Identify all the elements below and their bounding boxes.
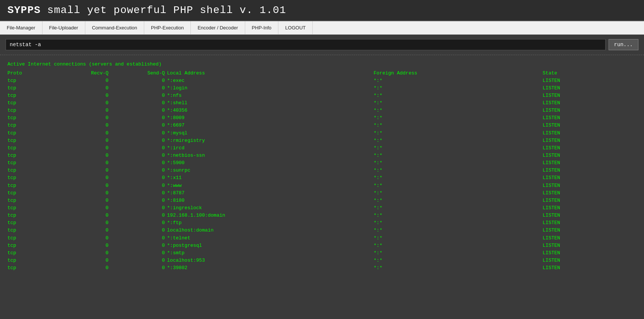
- col-header-foreign-address: Foreign Address: [374, 70, 543, 77]
- table-cell: 0: [54, 242, 111, 249]
- nav-item-file-uploader[interactable]: File-Uploader: [42, 21, 85, 34]
- table-cell: *:www: [167, 182, 373, 189]
- table-cell: tcp: [7, 152, 54, 159]
- table-cell: 0: [54, 84, 111, 92]
- table-cell: *:*: [374, 204, 543, 212]
- table-cell: 0: [54, 159, 111, 167]
- table-cell: tcp: [7, 167, 54, 174]
- table-cell: 0: [54, 235, 111, 242]
- table-cell: 0: [54, 107, 111, 114]
- table-row: tcp00*:exec*:*LISTEN: [7, 77, 637, 84]
- table-cell: 0: [111, 167, 167, 174]
- table-cell: 0: [54, 212, 111, 219]
- table-row: tcp00localhost:domain*:*LISTEN: [7, 227, 637, 234]
- table-cell: *:exec: [167, 77, 373, 84]
- table-cell: LISTEN: [543, 212, 637, 219]
- nav-item-php-execution[interactable]: PHP-Execution: [144, 21, 191, 34]
- table-cell: *:x11: [167, 174, 373, 182]
- table-cell: 0: [54, 227, 111, 234]
- table-cell: 0: [54, 197, 111, 204]
- table-cell: LISTEN: [543, 189, 637, 197]
- table-cell: tcp: [7, 212, 54, 219]
- table-cell: *:*: [374, 227, 543, 234]
- table-cell: 0: [111, 189, 167, 197]
- nav-item-encoder---decoder[interactable]: Encoder / Decoder: [191, 21, 245, 34]
- table-row: tcp00*:www*:*LISTEN: [7, 182, 637, 189]
- run-button[interactable]: run...: [609, 39, 638, 50]
- table-cell: *:*: [374, 242, 543, 249]
- table-cell: tcp: [7, 189, 54, 197]
- col-header-state: State: [543, 70, 637, 77]
- table-cell: LISTEN: [543, 174, 637, 182]
- table-cell: 0: [54, 137, 111, 144]
- table-cell: 0: [111, 130, 167, 137]
- table-cell: *:*: [374, 189, 543, 197]
- table-cell: 192.168.1.100:domain: [167, 212, 373, 219]
- table-cell: tcp: [7, 144, 54, 152]
- table-row: tcp00192.168.1.100:domain*:*LISTEN: [7, 212, 637, 219]
- output-table: ProtoRecv-QSend-QLocal AddressForeign Ad…: [7, 70, 637, 272]
- table-cell: *:*: [374, 122, 543, 129]
- table-cell: *:*: [374, 212, 543, 219]
- table-cell: 0: [54, 122, 111, 129]
- table-cell: *:8009: [167, 114, 373, 122]
- table-cell: tcp: [7, 182, 54, 189]
- table-cell: LISTEN: [543, 99, 637, 107]
- table-row: tcp00*:8180*:*LISTEN: [7, 197, 637, 204]
- table-row: tcp00*:ircd*:*LISTEN: [7, 144, 637, 152]
- table-cell: LISTEN: [543, 114, 637, 122]
- table-cell: 0: [111, 249, 167, 257]
- table-cell: 0: [111, 219, 167, 227]
- table-cell: 0: [111, 144, 167, 152]
- table-cell: 0: [54, 144, 111, 152]
- command-bar: run...: [0, 35, 644, 55]
- table-cell: *:telnet: [167, 235, 373, 242]
- command-input[interactable]: [6, 39, 606, 50]
- table-cell: tcp: [7, 235, 54, 242]
- table-cell: 0: [111, 84, 167, 92]
- table-cell: *:nfs: [167, 92, 373, 99]
- table-cell: *:40356: [167, 107, 373, 114]
- table-cell: tcp: [7, 197, 54, 204]
- table-cell: LISTEN: [543, 122, 637, 129]
- table-cell: LISTEN: [543, 257, 637, 264]
- table-cell: 0: [111, 159, 167, 167]
- table-cell: *:5900: [167, 159, 373, 167]
- nav-item-file-manager[interactable]: File-Manager: [0, 21, 42, 34]
- nav-item-command-execution[interactable]: Command-Execution: [85, 21, 144, 34]
- table-cell: tcp: [7, 242, 54, 249]
- table-cell: 0: [54, 99, 111, 107]
- table-cell: 0: [54, 204, 111, 212]
- table-cell: *:login: [167, 84, 373, 92]
- table-cell: LISTEN: [543, 227, 637, 234]
- header: SYPPS small yet powerful PHP shell v. 1.…: [0, 0, 644, 21]
- table-row: tcp00*:39802*:*LISTEN: [7, 264, 637, 272]
- table-cell: *:ircd: [167, 144, 373, 152]
- table-cell: tcp: [7, 257, 54, 264]
- table-row: tcp00*:sunrpc*:*LISTEN: [7, 167, 637, 174]
- table-cell: 0: [111, 257, 167, 264]
- table-cell: *:*: [374, 219, 543, 227]
- table-row: tcp00*:6697*:*LISTEN: [7, 122, 637, 129]
- table-cell: *:*: [374, 92, 543, 99]
- table-cell: LISTEN: [543, 219, 637, 227]
- table-cell: tcp: [7, 249, 54, 257]
- table-cell: LISTEN: [543, 204, 637, 212]
- navbar: File-ManagerFile-UploaderCommand-Executi…: [0, 21, 644, 35]
- table-cell: tcp: [7, 159, 54, 167]
- table-cell: LISTEN: [543, 197, 637, 204]
- table-cell: 0: [111, 77, 167, 84]
- table-cell: 0: [54, 174, 111, 182]
- nav-item-logout[interactable]: LOGOUT: [278, 21, 313, 34]
- table-row: tcp00*:telnet*:*LISTEN: [7, 235, 637, 242]
- table-cell: localhost:domain: [167, 227, 373, 234]
- table-cell: *:*: [374, 249, 543, 257]
- table-cell: *:*: [374, 235, 543, 242]
- nav-item-php-info[interactable]: PHP-Info: [245, 21, 279, 34]
- table-cell: *:*: [374, 167, 543, 174]
- table-cell: 0: [111, 99, 167, 107]
- table-cell: LISTEN: [543, 144, 637, 152]
- table-cell: LISTEN: [543, 235, 637, 242]
- table-cell: tcp: [7, 122, 54, 129]
- table-cell: 0: [54, 77, 111, 84]
